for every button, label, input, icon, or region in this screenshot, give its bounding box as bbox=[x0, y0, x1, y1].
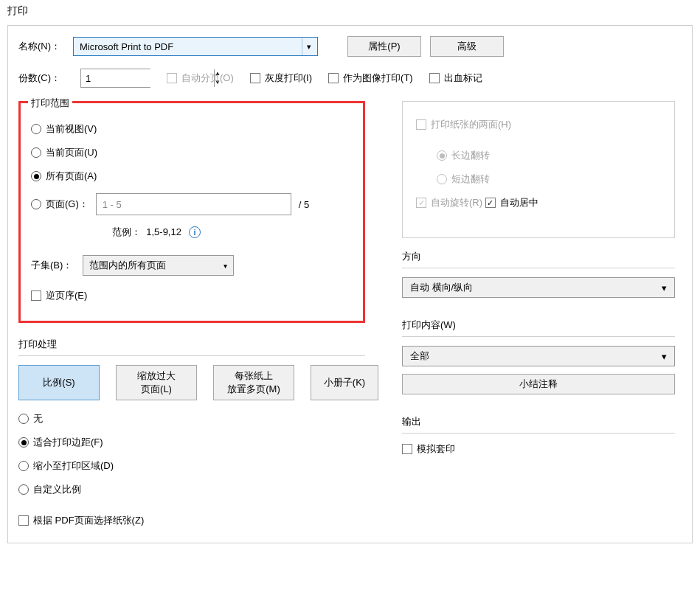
shrink-area-label: 缩小至打印区域(D) bbox=[33, 459, 114, 473]
scale-none-label: 无 bbox=[33, 412, 43, 425]
tab-booklet[interactable]: 小册子(K) bbox=[311, 365, 378, 400]
content-selected: 全部 bbox=[410, 349, 429, 363]
radio-short-edge: 短边翻转 bbox=[437, 173, 661, 186]
output-title: 输出 bbox=[402, 415, 675, 428]
as-image-label: 作为图像打印(T) bbox=[343, 72, 413, 85]
auto-center-checkbox[interactable]: 自动居中 bbox=[485, 196, 538, 209]
pages-example: 范例： 1,5-9,12 i bbox=[112, 226, 353, 239]
auto-center-label: 自动居中 bbox=[500, 196, 538, 209]
properties-button[interactable]: 属性(P) bbox=[347, 36, 421, 57]
paper-from-pdf-label: 根据 PDF页面选择纸张(Z) bbox=[33, 514, 144, 527]
copies-row: 份数(C)： ▲ ▼ 自动分页(O) 灰度打印(I) 作为图像打印(T) 出血标… bbox=[18, 69, 682, 88]
printer-row: 名称(N)： Microsoft Print to PDF ▾ 属性(P) 高级 bbox=[18, 36, 682, 57]
content-title: 打印内容(W) bbox=[402, 319, 675, 332]
radio-fit-margin[interactable]: 适合打印边距(F) bbox=[18, 436, 365, 449]
chevron-down-icon: ▾ bbox=[662, 351, 667, 362]
collate-label: 自动分页(O) bbox=[181, 72, 234, 85]
simulate-overprint-checkbox[interactable]: 模拟套印 bbox=[402, 442, 455, 456]
reverse-label: 逆页序(E) bbox=[46, 289, 87, 302]
simulate-overprint-label: 模拟套印 bbox=[417, 442, 455, 456]
auto-rotate-checkbox: 自动旋转(R) bbox=[416, 196, 482, 209]
grayscale-checkbox[interactable]: 灰度打印(I) bbox=[250, 72, 312, 85]
content-combo[interactable]: 全部 ▾ bbox=[402, 346, 675, 366]
handling-tabs: 比例(S) 缩放过大 页面(L) 每张纸上 放置多页(M) 小册子(K) bbox=[18, 365, 365, 400]
both-sides-label: 打印纸张的两面(H) bbox=[431, 118, 511, 131]
page-total: / 5 bbox=[299, 199, 309, 210]
orientation-combo[interactable]: 自动 横向/纵向 ▾ bbox=[402, 277, 675, 298]
radio-all-pages[interactable]: 所有页面(A) bbox=[31, 170, 353, 183]
all-pages-label: 所有页面(A) bbox=[46, 170, 97, 183]
grayscale-label: 灰度打印(I) bbox=[265, 72, 312, 85]
current-page-label: 当前页面(U) bbox=[46, 146, 97, 159]
radio-current-view[interactable]: 当前视图(V) bbox=[31, 122, 353, 136]
printer-selected-value: Microsoft Print to PDF bbox=[80, 41, 173, 52]
reverse-checkbox[interactable]: 逆页序(E) bbox=[31, 289, 87, 302]
radio-pages[interactable]: 页面(G)： bbox=[31, 198, 89, 211]
orientation-selected: 自动 横向/纵向 bbox=[410, 281, 473, 294]
short-edge-label: 短边翻转 bbox=[451, 173, 490, 186]
both-sides-checkbox: 打印纸张的两面(H) bbox=[416, 118, 511, 131]
auto-rotate-label: 自动旋转(R) bbox=[431, 196, 482, 209]
dialog-title: 打印 bbox=[7, 4, 693, 18]
print-range-group: 打印范围 当前视图(V) 当前页面(U) 所有页面(A) bbox=[18, 101, 365, 323]
radio-long-edge: 长边翻转 bbox=[437, 149, 661, 162]
summary-comments-button[interactable]: 小结注释 bbox=[402, 374, 675, 394]
orientation-title: 方向 bbox=[402, 250, 675, 263]
subset-selected: 范围内的所有页面 bbox=[89, 259, 166, 272]
collate-checkbox: 自动分页(O) bbox=[167, 72, 234, 85]
pages-label: 页面(G)： bbox=[46, 198, 89, 211]
chevron-down-icon: ▾ bbox=[223, 262, 227, 270]
bleed-checkbox[interactable]: 出血标记 bbox=[429, 72, 482, 85]
duplex-section: 打印纸张的两面(H) 长边翻转 短边翻转 自动旋转(R) bbox=[402, 101, 675, 238]
handling-title: 打印处理 bbox=[18, 338, 365, 351]
subset-combo[interactable]: 范围内的所有页面 ▾ bbox=[83, 255, 234, 276]
current-view-label: 当前视图(V) bbox=[46, 122, 97, 136]
copies-spinner[interactable]: ▲ ▼ bbox=[80, 69, 150, 88]
chevron-down-icon: ▾ bbox=[302, 38, 311, 55]
custom-scale-label: 自定义比例 bbox=[33, 483, 81, 496]
radio-shrink-area[interactable]: 缩小至打印区域(D) bbox=[18, 459, 365, 473]
radio-scale-none[interactable]: 无 bbox=[18, 412, 365, 425]
fit-margin-label: 适合打印边距(F) bbox=[33, 436, 103, 449]
long-edge-label: 长边翻转 bbox=[451, 149, 490, 162]
radio-custom-scale[interactable]: 自定义比例 bbox=[18, 483, 365, 496]
print-range-title: 打印范围 bbox=[28, 97, 72, 110]
radio-current-page[interactable]: 当前页面(U) bbox=[31, 146, 353, 159]
pages-input[interactable]: 1 - 5 bbox=[96, 193, 291, 215]
printer-select[interactable]: Microsoft Print to PDF ▾ bbox=[73, 37, 318, 56]
tab-shrink-large[interactable]: 缩放过大 页面(L) bbox=[116, 365, 197, 400]
as-image-checkbox[interactable]: 作为图像打印(T) bbox=[328, 72, 413, 85]
tab-scale[interactable]: 比例(S) bbox=[18, 365, 100, 400]
printer-name-label: 名称(N)： bbox=[18, 40, 64, 53]
chevron-down-icon: ▾ bbox=[662, 282, 667, 293]
paper-from-pdf-checkbox[interactable]: 根据 PDF页面选择纸张(Z) bbox=[18, 514, 144, 527]
info-icon[interactable]: i bbox=[189, 226, 201, 238]
bleed-label: 出血标记 bbox=[444, 72, 482, 85]
main-panel: 名称(N)： Microsoft Print to PDF ▾ 属性(P) 高级… bbox=[7, 25, 693, 543]
copies-label: 份数(C)： bbox=[18, 72, 64, 85]
tab-multi-per-sheet[interactable]: 每张纸上 放置多页(M) bbox=[213, 365, 294, 400]
subset-label: 子集(B)： bbox=[31, 259, 72, 272]
advanced-button[interactable]: 高级 bbox=[430, 36, 504, 57]
